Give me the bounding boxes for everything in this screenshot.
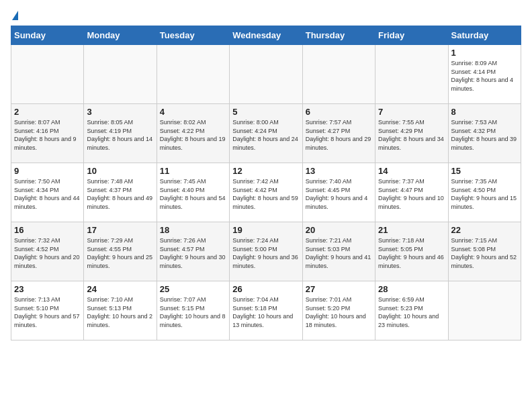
calendar-cell: 13Sunrise: 7:40 AM Sunset: 4:45 PM Dayli… xyxy=(302,163,375,222)
day-info: Sunrise: 8:07 AM Sunset: 4:16 PM Dayligh… xyxy=(14,118,81,152)
day-info: Sunrise: 7:10 AM Sunset: 5:13 PM Dayligh… xyxy=(87,295,153,329)
calendar-cell: 26Sunrise: 7:04 AM Sunset: 5:18 PM Dayli… xyxy=(230,281,302,340)
calendar-cell xyxy=(375,45,448,104)
calendar-cell: 7Sunrise: 7:55 AM Sunset: 4:29 PM Daylig… xyxy=(375,104,448,163)
page-header xyxy=(11,11,521,20)
day-number: 1 xyxy=(451,48,518,58)
calendar-cell: 3Sunrise: 8:05 AM Sunset: 4:19 PM Daylig… xyxy=(84,104,157,163)
day-number: 8 xyxy=(451,107,518,117)
calendar-cell: 20Sunrise: 7:21 AM Sunset: 5:03 PM Dayli… xyxy=(302,222,375,281)
calendar-week-row: 1Sunrise: 8:09 AM Sunset: 4:14 PM Daylig… xyxy=(11,45,521,104)
calendar-cell: 23Sunrise: 7:13 AM Sunset: 5:10 PM Dayli… xyxy=(11,281,84,340)
day-number: 19 xyxy=(232,225,299,235)
day-number: 17 xyxy=(87,225,153,235)
column-header-tuesday: Tuesday xyxy=(157,26,229,45)
day-number: 7 xyxy=(378,107,445,117)
day-number: 20 xyxy=(306,225,372,235)
calendar-cell xyxy=(84,45,157,104)
calendar-cell: 22Sunrise: 7:15 AM Sunset: 5:08 PM Dayli… xyxy=(448,222,521,281)
day-info: Sunrise: 7:29 AM Sunset: 4:55 PM Dayligh… xyxy=(87,236,153,270)
calendar-cell: 18Sunrise: 7:26 AM Sunset: 4:57 PM Dayli… xyxy=(157,222,229,281)
day-number: 25 xyxy=(160,284,226,294)
day-info: Sunrise: 7:48 AM Sunset: 4:37 PM Dayligh… xyxy=(87,177,153,211)
day-number: 27 xyxy=(306,284,372,294)
day-number: 4 xyxy=(160,107,226,117)
day-info: Sunrise: 7:04 AM Sunset: 5:18 PM Dayligh… xyxy=(232,295,299,329)
calendar-cell xyxy=(448,281,521,340)
calendar-cell: 24Sunrise: 7:10 AM Sunset: 5:13 PM Dayli… xyxy=(84,281,157,340)
day-info: Sunrise: 7:32 AM Sunset: 4:52 PM Dayligh… xyxy=(14,236,81,270)
calendar-cell xyxy=(230,45,302,104)
column-header-wednesday: Wednesday xyxy=(230,26,302,45)
day-info: Sunrise: 7:42 AM Sunset: 4:42 PM Dayligh… xyxy=(232,177,299,211)
day-number: 10 xyxy=(87,166,153,176)
day-number: 18 xyxy=(160,225,226,235)
calendar-cell: 5Sunrise: 8:00 AM Sunset: 4:24 PM Daylig… xyxy=(230,104,302,163)
calendar-cell: 1Sunrise: 8:09 AM Sunset: 4:14 PM Daylig… xyxy=(448,45,521,104)
day-info: Sunrise: 7:24 AM Sunset: 5:00 PM Dayligh… xyxy=(232,236,299,270)
day-info: Sunrise: 7:15 AM Sunset: 5:08 PM Dayligh… xyxy=(451,236,518,270)
day-info: Sunrise: 7:50 AM Sunset: 4:34 PM Dayligh… xyxy=(14,177,81,211)
calendar-week-row: 2Sunrise: 8:07 AM Sunset: 4:16 PM Daylig… xyxy=(11,104,521,163)
calendar-cell: 21Sunrise: 7:18 AM Sunset: 5:05 PM Dayli… xyxy=(375,222,448,281)
column-header-sunday: Sunday xyxy=(11,26,84,45)
day-number: 15 xyxy=(451,166,518,176)
day-info: Sunrise: 7:21 AM Sunset: 5:03 PM Dayligh… xyxy=(306,236,372,270)
day-info: Sunrise: 7:18 AM Sunset: 5:05 PM Dayligh… xyxy=(378,236,445,270)
day-info: Sunrise: 7:45 AM Sunset: 4:40 PM Dayligh… xyxy=(160,177,226,211)
day-info: Sunrise: 7:01 AM Sunset: 5:20 PM Dayligh… xyxy=(306,295,372,329)
day-info: Sunrise: 7:35 AM Sunset: 4:50 PM Dayligh… xyxy=(451,177,518,211)
day-info: Sunrise: 8:00 AM Sunset: 4:24 PM Dayligh… xyxy=(232,118,299,152)
day-number: 28 xyxy=(378,284,445,294)
calendar-cell: 4Sunrise: 8:02 AM Sunset: 4:22 PM Daylig… xyxy=(157,104,229,163)
calendar-cell: 14Sunrise: 7:37 AM Sunset: 4:47 PM Dayli… xyxy=(375,163,448,222)
calendar-week-row: 23Sunrise: 7:13 AM Sunset: 5:10 PM Dayli… xyxy=(11,281,521,340)
day-number: 14 xyxy=(378,166,445,176)
calendar-cell: 6Sunrise: 7:57 AM Sunset: 4:27 PM Daylig… xyxy=(302,104,375,163)
calendar-cell: 25Sunrise: 7:07 AM Sunset: 5:15 PM Dayli… xyxy=(157,281,229,340)
day-number: 16 xyxy=(14,225,81,235)
day-number: 6 xyxy=(306,107,372,117)
calendar-cell: 11Sunrise: 7:45 AM Sunset: 4:40 PM Dayli… xyxy=(157,163,229,222)
calendar-cell xyxy=(302,45,375,104)
day-info: Sunrise: 6:59 AM Sunset: 5:23 PM Dayligh… xyxy=(378,295,445,329)
day-number: 24 xyxy=(87,284,153,294)
calendar-week-row: 16Sunrise: 7:32 AM Sunset: 4:52 PM Dayli… xyxy=(11,222,521,281)
day-number: 11 xyxy=(160,166,226,176)
calendar-table: SundayMondayTuesdayWednesdayThursdayFrid… xyxy=(11,26,521,340)
day-number: 3 xyxy=(87,107,153,117)
calendar-cell: 19Sunrise: 7:24 AM Sunset: 5:00 PM Dayli… xyxy=(230,222,302,281)
day-number: 21 xyxy=(378,225,445,235)
day-info: Sunrise: 8:05 AM Sunset: 4:19 PM Dayligh… xyxy=(87,118,153,152)
calendar-cell: 12Sunrise: 7:42 AM Sunset: 4:42 PM Dayli… xyxy=(230,163,302,222)
calendar-header-row: SundayMondayTuesdayWednesdayThursdayFrid… xyxy=(11,26,521,45)
day-number: 9 xyxy=(14,166,81,176)
calendar-week-row: 9Sunrise: 7:50 AM Sunset: 4:34 PM Daylig… xyxy=(11,163,521,222)
calendar-cell: 10Sunrise: 7:48 AM Sunset: 4:37 PM Dayli… xyxy=(84,163,157,222)
day-info: Sunrise: 7:55 AM Sunset: 4:29 PM Dayligh… xyxy=(378,118,445,152)
calendar-cell xyxy=(11,45,84,104)
calendar-cell xyxy=(157,45,229,104)
day-info: Sunrise: 7:57 AM Sunset: 4:27 PM Dayligh… xyxy=(306,118,372,152)
day-info: Sunrise: 7:53 AM Sunset: 4:32 PM Dayligh… xyxy=(451,118,518,152)
column-header-saturday: Saturday xyxy=(448,26,521,45)
column-header-monday: Monday xyxy=(84,26,157,45)
day-number: 23 xyxy=(14,284,81,294)
day-number: 5 xyxy=(232,107,299,117)
calendar-cell: 8Sunrise: 7:53 AM Sunset: 4:32 PM Daylig… xyxy=(448,104,521,163)
day-info: Sunrise: 7:40 AM Sunset: 4:45 PM Dayligh… xyxy=(306,177,372,211)
day-number: 26 xyxy=(232,284,299,294)
day-info: Sunrise: 7:13 AM Sunset: 5:10 PM Dayligh… xyxy=(14,295,81,329)
logo xyxy=(11,11,18,20)
column-header-thursday: Thursday xyxy=(302,26,375,45)
day-info: Sunrise: 7:26 AM Sunset: 4:57 PM Dayligh… xyxy=(160,236,226,270)
calendar-cell: 17Sunrise: 7:29 AM Sunset: 4:55 PM Dayli… xyxy=(84,222,157,281)
calendar-cell: 27Sunrise: 7:01 AM Sunset: 5:20 PM Dayli… xyxy=(302,281,375,340)
day-number: 22 xyxy=(451,225,518,235)
day-info: Sunrise: 7:07 AM Sunset: 5:15 PM Dayligh… xyxy=(160,295,226,329)
calendar-cell: 9Sunrise: 7:50 AM Sunset: 4:34 PM Daylig… xyxy=(11,163,84,222)
calendar-cell: 15Sunrise: 7:35 AM Sunset: 4:50 PM Dayli… xyxy=(448,163,521,222)
calendar-cell: 16Sunrise: 7:32 AM Sunset: 4:52 PM Dayli… xyxy=(11,222,84,281)
day-number: 2 xyxy=(14,107,81,117)
day-info: Sunrise: 7:37 AM Sunset: 4:47 PM Dayligh… xyxy=(378,177,445,211)
